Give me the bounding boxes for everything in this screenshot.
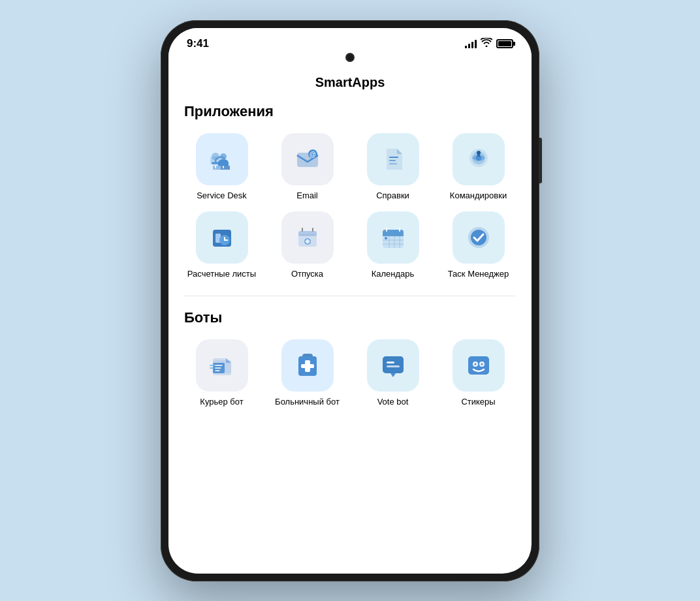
app-label-raschetnye: Расчетные листы bbox=[187, 269, 256, 280]
wifi-icon bbox=[481, 38, 492, 49]
svg-point-34 bbox=[385, 237, 387, 239]
section-divider bbox=[184, 296, 516, 296]
apps-grid: Service Desk @ Email bbox=[184, 133, 516, 281]
svg-rect-9 bbox=[389, 157, 398, 158]
app-item-vote-bot[interactable]: Vote bot bbox=[355, 339, 430, 408]
app-item-service-desk[interactable]: Service Desk bbox=[184, 133, 259, 202]
app-item-kalendar[interactable]: Календарь bbox=[355, 211, 430, 280]
bots-grid: Курьер бот bbox=[184, 339, 516, 408]
svg-rect-48 bbox=[383, 356, 404, 373]
svg-rect-50 bbox=[387, 365, 400, 367]
app-label-bolnichny: Больничный бот bbox=[275, 397, 340, 408]
svg-rect-22 bbox=[298, 231, 317, 236]
app-item-stikery[interactable]: Стикеры bbox=[441, 339, 516, 408]
app-item-otpuska[interactable]: Отпуска bbox=[270, 211, 345, 280]
svg-point-2 bbox=[212, 153, 219, 161]
app-icon-stikery bbox=[453, 339, 505, 392]
section-title-apps: Приложения bbox=[184, 103, 516, 120]
svg-rect-28 bbox=[383, 234, 404, 236]
app-icon-bolnichny bbox=[281, 339, 334, 392]
app-icon-raschetnye bbox=[196, 211, 248, 264]
camera-dot bbox=[345, 53, 355, 62]
svg-rect-11 bbox=[389, 163, 397, 164]
svg-rect-49 bbox=[387, 362, 394, 363]
app-item-task-menedzher[interactable]: Таск Менеджер bbox=[441, 211, 516, 280]
app-item-spravki[interactable]: Справки bbox=[355, 133, 430, 202]
app-label-komandirovki: Командировки bbox=[450, 191, 507, 202]
app-icon-kurer bbox=[196, 339, 248, 392]
camera-area bbox=[168, 53, 532, 62]
app-label-spravki: Справки bbox=[376, 191, 409, 202]
phone-screen: 9:41 bbox=[168, 28, 532, 574]
app-item-email[interactable]: @ Email bbox=[270, 133, 345, 202]
svg-point-54 bbox=[474, 363, 476, 365]
app-label-email: Email bbox=[296, 191, 318, 202]
phone-frame: 9:41 bbox=[161, 20, 539, 581]
app-item-raschetnye-listy[interactable]: Расчетные листы bbox=[184, 211, 259, 280]
section-title-bots: Боты bbox=[184, 309, 516, 326]
app-label-stikery: Стикеры bbox=[461, 397, 495, 408]
app-label-otpuska: Отпуска bbox=[291, 269, 323, 280]
app-icon-kalendar bbox=[367, 211, 419, 264]
app-label-task: Таск Менеджер bbox=[448, 269, 509, 280]
signal-icon bbox=[465, 39, 477, 48]
app-label-vote: Vote bot bbox=[377, 397, 409, 408]
svg-rect-3 bbox=[213, 166, 222, 170]
app-label-service-desk: Service Desk bbox=[197, 191, 247, 202]
status-time: 9:41 bbox=[187, 37, 209, 50]
app-title: SmartApps bbox=[168, 65, 532, 103]
svg-point-55 bbox=[481, 363, 483, 365]
app-icon-task bbox=[453, 211, 505, 264]
svg-rect-10 bbox=[389, 160, 396, 161]
app-icon-otpuska bbox=[281, 211, 334, 264]
app-item-kurer-bot[interactable]: Курьер бот bbox=[184, 339, 259, 408]
status-bar: 9:41 bbox=[168, 28, 532, 55]
app-icon-vote bbox=[367, 339, 419, 392]
app-icon-service-desk bbox=[196, 133, 248, 185]
status-icons bbox=[465, 38, 513, 49]
app-label-kurer: Курьер бот bbox=[200, 397, 243, 408]
app-item-komandirovki[interactable]: Командировки bbox=[441, 133, 516, 202]
app-icon-spravki bbox=[367, 133, 419, 185]
content-area: Приложения bbox=[168, 103, 532, 574]
app-icon-email: @ bbox=[281, 133, 334, 185]
svg-text:@: @ bbox=[310, 151, 316, 158]
app-item-bolnichny[interactable]: Больничный бот bbox=[270, 339, 345, 408]
svg-rect-46 bbox=[302, 365, 313, 368]
battery-icon bbox=[496, 39, 513, 48]
svg-point-4 bbox=[220, 153, 227, 160]
app-label-kalendar: Календарь bbox=[372, 269, 415, 280]
app-icon-komandirovki bbox=[453, 133, 505, 185]
